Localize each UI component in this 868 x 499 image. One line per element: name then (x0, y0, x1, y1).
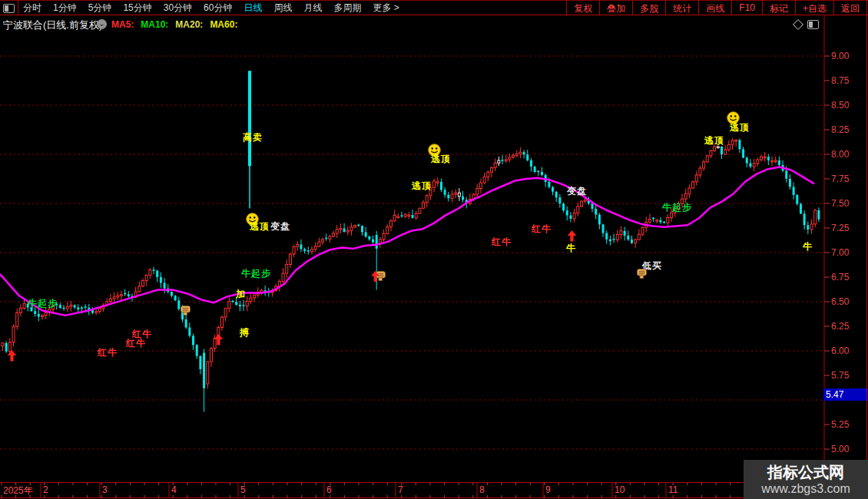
fist-icon (636, 266, 648, 282)
signal-label: 搏 (240, 328, 250, 338)
signal-label: 变盘 (270, 222, 290, 232)
fist-icon (180, 303, 192, 319)
signal-label: 逃顶 (730, 123, 750, 133)
signal-label: 逃顶 (250, 222, 270, 232)
candlesticks (2, 138, 820, 412)
trading-app-window: 分时1分钟5分钟15分钟30分钟60分钟日线周线月线多周期更多 > 复权叠加多股… (0, 0, 868, 499)
x-axis-month-label: 3 (102, 484, 108, 495)
y-axis-price-label: 6.00 (831, 345, 849, 356)
signal-label: 牛起步 (28, 299, 58, 309)
signal-label: 逃顶 (704, 136, 724, 146)
y-axis-price-label: 6.25 (831, 321, 849, 332)
x-axis-month-label: 11 (668, 484, 678, 495)
x-axis-month-label: 8 (479, 484, 485, 495)
x-axis-month-label: 6 (326, 484, 332, 495)
y-axis-price-label: 8.50 (831, 100, 849, 111)
x-axis-month-label: 2025年 (3, 484, 33, 497)
signal-label: 红牛 (126, 339, 146, 349)
x-axis-month-label: 4 (171, 484, 177, 495)
y-axis-price-label: 7.00 (831, 247, 849, 258)
x-axis-month-label: 10 (615, 484, 624, 495)
signal-label: 红牛 (532, 224, 552, 234)
signal-label: 牛起步 (662, 203, 692, 213)
y-axis-price-label: 9.00 (831, 51, 849, 61)
signal-label: 高卖 (243, 133, 263, 143)
signal-label: 加 (236, 289, 246, 299)
right-border (866, 0, 867, 499)
y-axis-price-label: 5.00 (831, 444, 849, 454)
y-axis-price-label: 8.75 (831, 75, 849, 86)
gridlines (0, 56, 822, 449)
signal-label: 红牛 (98, 348, 118, 358)
current-price-badge: 5.47 (823, 388, 868, 401)
y-axis-price-label: 7.50 (831, 198, 849, 209)
watermark-url: www.zbgs3.com (761, 481, 850, 496)
axes (0, 15, 868, 498)
signal-label: 牛 (803, 242, 813, 252)
y-axis-price-label: 5.75 (831, 370, 849, 381)
y-axis-price-label: 8.00 (831, 149, 849, 160)
y-axis-price-label: 7.25 (831, 223, 849, 233)
x-axis-month-label: 7 (398, 484, 403, 495)
signal-label: 牛起步 (241, 269, 271, 279)
candlestick-chart (0, 0, 868, 499)
signal-label: 红牛 (492, 237, 512, 247)
ma-line (0, 167, 814, 316)
signal-label: 牛 (566, 243, 576, 253)
y-axis-price-label: 5.25 (831, 419, 849, 430)
x-axis-month-label: 5 (240, 484, 246, 495)
watermark: 指标公式网 www.zbgs3.com (744, 460, 868, 499)
up-arrow-icon (214, 334, 224, 348)
signal-label: 逃顶 (412, 181, 432, 191)
y-axis-price-label: 7.75 (831, 173, 849, 184)
up-arrow-icon (7, 350, 17, 364)
y-axis-price-label: 8.25 (831, 124, 849, 135)
fist-buy-icon (371, 268, 387, 286)
y-axis-price-label: 6.50 (831, 296, 849, 307)
watermark-title: 指标公式网 (767, 464, 844, 481)
y-axis-price-label: 6.75 (831, 272, 849, 283)
x-axis-month-label: 2 (43, 484, 48, 495)
signal-label: 逃顶 (431, 154, 451, 164)
x-axis-month-label: 9 (545, 484, 551, 495)
signal-label: 变盘 (567, 187, 587, 197)
